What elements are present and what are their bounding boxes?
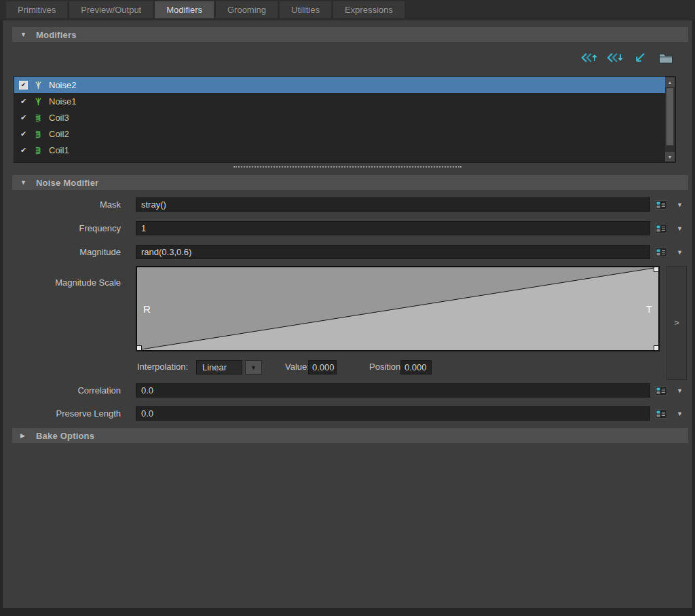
scrollbar-thumb[interactable]	[666, 88, 674, 146]
collapse-arrow-icon: ▼	[20, 179, 27, 186]
ramp-root-marker: R	[143, 303, 151, 315]
frequency-value: 1	[141, 223, 146, 233]
checkbox[interactable]: ✔	[18, 97, 29, 106]
mask-dropdown-icon[interactable]: ▼	[673, 199, 686, 210]
correlation-field[interactable]: 0.0	[136, 383, 650, 398]
magnitude-field[interactable]: rand(0.3,0.6)	[136, 245, 650, 259]
coil-icon	[33, 128, 44, 139]
coil-icon	[33, 145, 44, 155]
tab-grooming[interactable]: Grooming	[216, 1, 278, 18]
mask-value: stray()	[141, 199, 166, 210]
modifier-name: Noise2	[49, 80, 76, 90]
check-icon: ✔	[20, 162, 26, 163]
magnitude-label: Magnitude	[3, 245, 121, 259]
preserve-length-expression-icon[interactable]	[654, 408, 668, 419]
magnitude-scale-ramp[interactable]: R T	[136, 266, 660, 351]
mask-field[interactable]: stray()	[136, 197, 650, 212]
coil-icon	[33, 161, 44, 163]
list-item-coil1[interactable]: ✔ Coil1	[14, 142, 665, 158]
modifier-toolbar	[580, 49, 675, 66]
ramp-tip-marker: T	[646, 303, 652, 315]
correlation-dropdown-icon[interactable]: ▼	[673, 385, 686, 396]
correlation-value: 0.0	[141, 385, 153, 396]
modifier-name: Coil2	[49, 129, 69, 139]
ramp-key-handle-end[interactable]	[654, 267, 659, 272]
presets-folder-icon[interactable]	[657, 52, 675, 64]
correlation-label: Correlation	[3, 383, 121, 398]
tab-bar: Primitives Preview/Output Modifiers Groo…	[0, 0, 695, 20]
ramp-key-handle-start[interactable]	[136, 345, 142, 351]
checkbox[interactable]: ✔	[18, 130, 29, 138]
checkbox[interactable]: ✔	[18, 113, 29, 122]
window-bottom-border	[0, 608, 695, 616]
frequency-expression-icon[interactable]	[654, 223, 668, 234]
magnitude-value: rand(0.3,0.6)	[141, 247, 191, 257]
magnitude-scale-label: Magnitude Scale	[3, 275, 121, 290]
tab-preview-output[interactable]: Preview/Output	[69, 1, 153, 18]
modifier-stack-list: ✔ Noise2 ✔ Noise1 ✔	[14, 76, 676, 163]
coil-icon	[33, 112, 44, 123]
move-modifier-up-icon[interactable]	[580, 52, 597, 64]
ramp-corner-handle[interactable]	[654, 345, 659, 351]
tab-primitives[interactable]: Primitives	[6, 1, 67, 18]
tab-modifiers[interactable]: Modifiers	[155, 1, 214, 18]
checkbox[interactable]: ✔	[18, 162, 29, 163]
move-modifier-down-icon[interactable]	[605, 52, 623, 64]
list-item-coil2[interactable]: ✔ Coil2	[14, 126, 665, 142]
list-scrollbar[interactable]: ▲ ▼	[665, 77, 675, 161]
modifier-name: Noise1	[49, 96, 76, 107]
modifiers-section-title: Modifiers	[36, 30, 77, 40]
value-label: Value:	[285, 360, 309, 374]
check-icon: ✔	[20, 146, 26, 154]
check-icon: ✔	[20, 97, 26, 105]
collapse-arrow-icon: ▼	[20, 31, 27, 38]
modifiers-section-header[interactable]: ▼ Modifiers	[12, 27, 688, 42]
noise-modifier-section-header[interactable]: ▼ Noise Modifier	[12, 175, 688, 190]
check-icon: ✔	[21, 81, 26, 88]
mask-label: Mask	[3, 197, 121, 212]
noise-icon	[33, 96, 44, 107]
list-item-partial[interactable]: ✔	[14, 158, 665, 163]
frequency-field[interactable]: 1	[136, 221, 650, 235]
bake-options-section-header[interactable]: ▶ Bake Options	[12, 428, 688, 443]
checkbox[interactable]: ✔	[19, 81, 28, 90]
modifier-name: Coil3	[49, 113, 69, 123]
magnitude-dropdown-icon[interactable]: ▼	[673, 246, 686, 258]
position-label: Position:	[369, 360, 403, 374]
ramp-expand-button[interactable]: >	[666, 266, 687, 380]
value-field[interactable]: 0.000	[308, 360, 337, 374]
collapse-modifier-icon[interactable]	[631, 52, 649, 64]
preserve-length-dropdown-icon[interactable]: ▼	[673, 408, 686, 419]
collapsed-arrow-icon: ▶	[20, 432, 27, 439]
list-item-noise2[interactable]: ✔ Noise2	[14, 77, 665, 93]
interpolation-label: Interpolation:	[137, 360, 188, 374]
mask-expression-icon[interactable]	[654, 199, 668, 210]
noise-modifier-section-title: Noise Modifier	[36, 178, 98, 188]
scroll-up-icon[interactable]: ▲	[665, 77, 675, 87]
modifiers-panel-body: ▼ Modifiers	[3, 20, 692, 608]
preserve-length-value: 0.0	[141, 408, 153, 419]
ornatrix-modifiers-panel: Primitives Preview/Output Modifiers Groo…	[0, 0, 695, 616]
list-item-noise1[interactable]: ✔ Noise1	[14, 93, 665, 109]
interpolation-select[interactable]: Linear	[196, 360, 242, 374]
interpolation-dropdown-icon[interactable]: ▼	[245, 360, 262, 374]
check-icon: ✔	[20, 130, 26, 138]
tab-utilities[interactable]: Utilities	[280, 1, 331, 18]
correlation-expression-icon[interactable]	[654, 385, 668, 396]
magnitude-expression-icon[interactable]	[654, 246, 668, 258]
scroll-down-icon[interactable]: ▼	[665, 152, 675, 161]
bake-options-section-title: Bake Options	[36, 431, 94, 441]
preserve-length-field[interactable]: 0.0	[136, 406, 650, 421]
splitter-handle[interactable]	[233, 166, 462, 168]
check-icon: ✔	[20, 113, 26, 121]
preserve-length-label: Preserve Length	[3, 406, 121, 421]
noise-icon	[33, 79, 44, 90]
position-field[interactable]: 0.000	[400, 360, 432, 374]
checkbox[interactable]: ✔	[18, 146, 29, 155]
modifier-name: Coil1	[49, 145, 69, 155]
frequency-dropdown-icon[interactable]: ▼	[673, 223, 686, 234]
tab-expressions[interactable]: Expressions	[333, 1, 405, 18]
list-item-coil3[interactable]: ✔ Coil3	[14, 109, 665, 126]
frequency-label: Frequency	[3, 221, 121, 235]
